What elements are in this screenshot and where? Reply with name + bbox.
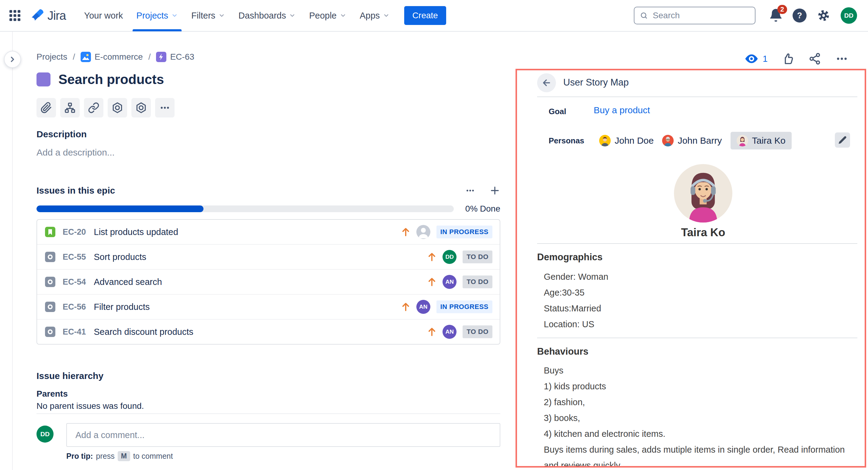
assignee-avatar-unassigned[interactable] <box>416 225 430 239</box>
sidebar-expand-button[interactable] <box>4 51 21 68</box>
chevron-down-icon <box>218 12 225 19</box>
jira-logo-icon <box>30 8 45 23</box>
issue-summary[interactable]: Sort products <box>94 252 146 262</box>
keyboard-shortcut-m: M <box>118 451 130 461</box>
status-badge[interactable]: TO DO <box>463 275 492 288</box>
demographic-item: Age:30-35 <box>544 285 608 300</box>
issue-key[interactable]: EC-56 <box>63 302 86 312</box>
status-badge[interactable]: TO DO <box>463 325 492 338</box>
persona-john-barry[interactable]: John Barry <box>662 135 722 146</box>
thumbs-up-icon <box>782 52 795 65</box>
assignee-avatar[interactable]: AN <box>416 300 430 314</box>
jira-issue-page: Jira Your work Projects Filters Dashboar… <box>0 0 868 470</box>
demographic-item: Location: US <box>544 316 608 332</box>
issue-row[interactable]: EC-41 Search discount products AN TO DO <box>37 320 500 344</box>
chevron-down-icon <box>171 12 178 19</box>
nav-people[interactable]: People <box>302 0 353 31</box>
status-badge[interactable]: TO DO <box>463 251 492 263</box>
behaviour-item: 1) kids products <box>544 378 851 394</box>
issue-row[interactable]: EC-55 Sort products DD TO DO <box>37 245 500 270</box>
behaviours-heading: Behaviours <box>537 346 589 357</box>
personas-label: Personas <box>549 136 584 146</box>
epic-issues-title: Issues in this epic <box>36 185 115 196</box>
panel-back-button[interactable] <box>537 74 556 92</box>
issue-summary[interactable]: Search discount products <box>94 327 193 337</box>
nav-projects[interactable]: Projects <box>130 0 185 31</box>
parents-heading: Parents <box>36 389 68 399</box>
breadcrumb-project[interactable]: E-commerce <box>81 52 143 62</box>
notifications-button[interactable]: 2 <box>769 8 783 23</box>
issue-summary[interactable]: Advanced search <box>94 277 162 287</box>
epic-issues-more-button[interactable] <box>465 185 475 196</box>
nav-apps[interactable]: Apps <box>353 0 396 31</box>
app-switcher-icon[interactable] <box>8 8 22 23</box>
goal-label: Goal <box>549 107 566 116</box>
user-avatar[interactable]: DD <box>841 7 857 24</box>
nav-your-work[interactable]: Your work <box>77 0 130 31</box>
nav-dashboards[interactable]: Dashboards <box>232 0 302 31</box>
status-badge[interactable]: IN PROGRESS <box>436 226 492 238</box>
persona-taira-ko[interactable]: Taira Ko <box>731 132 792 149</box>
breadcrumb-separator: / <box>73 52 75 62</box>
issue-hierarchy-heading: Issue hierarchy <box>36 371 103 381</box>
current-user-avatar: DD <box>36 425 54 443</box>
add-field-button[interactable] <box>131 98 151 117</box>
issue-summary[interactable]: Filter products <box>94 302 150 312</box>
issue-key[interactable]: EC-20 <box>63 227 86 237</box>
persona-name: John Barry <box>678 136 722 146</box>
epic-type-icon <box>156 52 166 62</box>
link-issue-button[interactable] <box>84 98 103 117</box>
breadcrumb-projects[interactable]: Projects <box>36 52 67 62</box>
add-child-issue-button[interactable] <box>60 98 80 117</box>
assignee-avatar[interactable]: DD <box>442 250 457 264</box>
comment-input[interactable] <box>75 430 492 440</box>
add-app-button[interactable] <box>108 98 127 117</box>
goal-link[interactable]: Buy a product <box>594 105 650 115</box>
demographics-list: Gender: Woman Age:30-35 Status:Married L… <box>544 269 608 332</box>
share-button[interactable] <box>808 52 821 65</box>
global-search[interactable] <box>634 7 755 24</box>
comment-input-box[interactable] <box>66 423 500 447</box>
issue-summary[interactable]: List products updated <box>94 227 178 237</box>
persona-avatar <box>599 135 611 146</box>
priority-high-icon <box>427 327 436 337</box>
behaviour-item: Buys <box>544 362 851 378</box>
jira-logo[interactable]: Jira <box>30 8 66 23</box>
hexagon-nut-icon <box>135 102 147 114</box>
pencil-icon <box>838 136 847 145</box>
epic-issues-header: Issues in this epic <box>36 185 500 196</box>
issue-key[interactable]: EC-55 <box>63 252 86 262</box>
issue-key[interactable]: EC-41 <box>63 327 86 337</box>
comment-protip: Pro tip: press M to comment <box>66 451 173 461</box>
more-actions-button[interactable] <box>835 52 848 65</box>
behaviour-item: 3) books, <box>544 410 851 426</box>
description-placeholder[interactable]: Add a description... <box>36 147 115 158</box>
search-icon <box>640 11 648 20</box>
status-badge[interactable]: IN PROGRESS <box>436 300 492 313</box>
toolbar-more-button[interactable] <box>155 98 175 117</box>
assignee-avatar[interactable]: AN <box>442 325 457 339</box>
epic-color-swatch <box>36 72 51 86</box>
issue-row[interactable]: EC-56 Filter products AN IN PROGRESS <box>37 295 500 320</box>
watch-button[interactable]: 1 <box>745 53 768 64</box>
issue-row[interactable]: EC-54 Advanced search AN TO DO <box>37 270 500 295</box>
help-button[interactable]: ? <box>793 8 807 23</box>
more-horizontal-icon <box>835 52 848 65</box>
persona-john-doe[interactable]: John Doe <box>599 135 654 146</box>
assignee-avatar[interactable]: AN <box>442 275 457 289</box>
settings-button[interactable] <box>816 8 831 23</box>
add-issue-button[interactable] <box>489 185 500 196</box>
nav-filters[interactable]: Filters <box>185 0 232 31</box>
priority-high-icon <box>427 252 436 262</box>
create-button[interactable]: Create <box>404 6 446 25</box>
search-input[interactable] <box>652 10 749 21</box>
breadcrumb-issue-key[interactable]: EC-63 <box>156 52 194 62</box>
edit-personas-button[interactable] <box>835 133 850 148</box>
issue-title[interactable]: Search products <box>58 72 164 87</box>
paperclip-icon <box>40 102 52 114</box>
like-button[interactable] <box>782 52 795 65</box>
issue-key[interactable]: EC-54 <box>63 277 86 287</box>
attach-button[interactable] <box>36 98 56 117</box>
issue-row[interactable]: EC-20 List products updated IN PROGRESS <box>37 220 500 245</box>
behaviour-item: 2) fashion, <box>544 394 851 410</box>
